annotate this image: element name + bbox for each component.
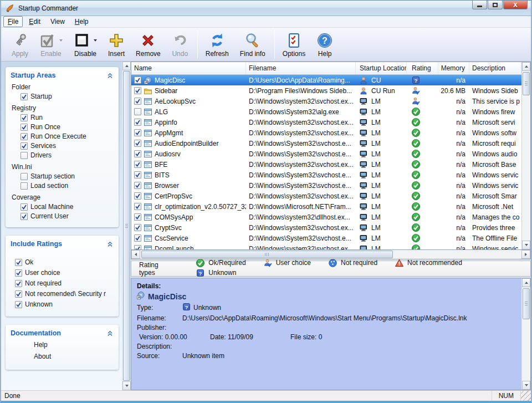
column-header-name[interactable]: Name [131, 62, 246, 74]
checkbox[interactable] [21, 152, 28, 159]
maximize-button[interactable] [488, 1, 503, 9]
menu-help[interactable]: Help [71, 17, 93, 27]
row-checkbox[interactable] [134, 245, 141, 249]
row-checkbox[interactable] [134, 213, 141, 221]
checkbox-ok[interactable]: Ok [15, 258, 114, 266]
row-checkbox[interactable] [134, 98, 141, 105]
row-checkbox[interactable] [134, 203, 141, 210]
sidebar-scrollbar[interactable] [122, 62, 131, 390]
checkbox-run-once[interactable]: Run Once [21, 123, 114, 131]
checkbox[interactable] [15, 280, 22, 287]
checkbox[interactable] [21, 203, 28, 211]
dropdown-caret-icon[interactable] [94, 39, 97, 42]
remove-button[interactable]: Remove [131, 30, 166, 59]
table-horizontal-scrollbar[interactable] [131, 250, 531, 259]
table-row-audioendpointbuilder[interactable]: AudioEndpointBuilderD:\Windows\System32\… [131, 138, 521, 149]
row-checkbox[interactable] [134, 150, 141, 157]
scrollbar-track[interactable] [522, 287, 530, 381]
row-checkbox[interactable] [134, 171, 141, 178]
chevron-up-icon[interactable] [106, 330, 114, 337]
table-row-cryptsvc[interactable]: CryptSvcD:\Windows\system32\svchost.ex..… [131, 222, 521, 233]
menu-file[interactable]: File [3, 16, 23, 27]
panel-header[interactable]: Documentation [11, 329, 114, 337]
scrollbar-thumb[interactable] [123, 71, 130, 381]
scroll-up-button[interactable] [122, 62, 131, 70]
refresh-button[interactable]: Refresh [201, 30, 234, 59]
scroll-up-button[interactable] [522, 278, 530, 287]
checkbox[interactable] [21, 93, 28, 100]
scrollbar-thumb[interactable] [523, 288, 530, 319]
link-help[interactable]: Help [34, 341, 114, 349]
table-row-bits[interactable]: BITSD:\Windows\System32\svchost.e...LMn/… [131, 170, 521, 180]
scrollbar-track[interactable] [140, 250, 521, 259]
checkbox[interactable] [21, 114, 28, 121]
menu-view[interactable]: View [47, 17, 69, 27]
checkbox-run[interactable]: Run [21, 114, 114, 121]
insert-button[interactable]: Insert [103, 30, 130, 59]
options-button[interactable]: Options [278, 30, 310, 59]
checkbox-run-once-execute[interactable]: Run Once Execute [21, 132, 114, 140]
help-button[interactable]: ?Help [311, 30, 338, 59]
table-row-audiosrv[interactable]: AudiosrvD:\Windows\System32\svchost.e...… [131, 149, 521, 159]
scrollbar-track[interactable] [122, 70, 131, 381]
checkbox[interactable] [15, 269, 22, 277]
table-row-bfe[interactable]: BFED:\Windows\system32\svchost.ex...LMn/… [131, 159, 521, 170]
checkbox[interactable] [15, 259, 22, 266]
row-checkbox[interactable] [134, 87, 141, 94]
table-row-magicdisc[interactable]: MagicDiscD:\Users\Doc\AppData\Roaming...… [131, 75, 521, 85]
table-row-dcomlaunch[interactable]: DcomLaunchD:\Windows\system32\svchost.ex… [131, 243, 521, 249]
column-header-description[interactable]: Description [469, 62, 521, 74]
checkbox[interactable] [15, 290, 22, 298]
checkbox-current-user[interactable]: Current User [21, 212, 114, 220]
table-row-appinfo[interactable]: AppinfoD:\Windows\system32\svchost.ex...… [131, 117, 521, 127]
row-checkbox[interactable] [134, 140, 141, 147]
minimize-button[interactable] [472, 1, 487, 9]
dropdown-caret-icon[interactable] [59, 39, 63, 42]
checkbox[interactable] [21, 213, 28, 220]
checkbox-services[interactable]: Services [21, 142, 114, 150]
checkbox-not-required[interactable]: Not required [15, 279, 114, 287]
row-checkbox[interactable] [134, 234, 141, 242]
checkbox-load-section[interactable]: Load section [21, 182, 114, 190]
scroll-down-button[interactable] [522, 241, 530, 249]
checkbox-drivers[interactable]: Drivers [21, 151, 114, 159]
scrollbar-thumb[interactable] [141, 251, 393, 258]
scroll-up-button[interactable] [522, 62, 530, 71]
table-vertical-scrollbar[interactable] [521, 62, 530, 249]
column-header-rating[interactable]: Rating [407, 62, 438, 74]
row-checkbox[interactable] [134, 182, 141, 189]
chevron-up-icon[interactable] [106, 72, 114, 79]
panel-header[interactable]: Include Ratings [11, 240, 114, 248]
table-row-sidebar[interactable]: SidebarD:\Program Files\Windows Sideb...… [131, 85, 521, 96]
title-bar[interactable]: Startup Commander X [1, 1, 531, 16]
menu-edit[interactable]: Edit [25, 17, 44, 27]
column-header-memory[interactable]: Memory [438, 62, 469, 74]
table-row-cscservice[interactable]: CscServiceD:\Windows\System32\svchost.e.… [131, 233, 521, 243]
row-checkbox[interactable] [134, 161, 141, 168]
table-row-appmgmt[interactable]: AppMgmtD:\Windows\system32\svchost.ex...… [131, 127, 521, 138]
scroll-left-button[interactable] [131, 250, 140, 259]
checkbox-startup-section[interactable]: Startup section [21, 172, 114, 180]
table-row-aelookupsvc[interactable]: AeLookupSvcD:\Windows\system32\svchost.e… [131, 96, 521, 106]
row-checkbox[interactable] [134, 192, 141, 200]
table-row-certpropsvc[interactable]: CertPropSvcD:\Windows\system32\svchost.e… [131, 191, 521, 201]
table-row-alg[interactable]: ALGD:\Windows\System32\alg.exeLMn/aWindo… [131, 106, 521, 117]
link-about[interactable]: About [34, 353, 114, 360]
row-checkbox[interactable] [134, 108, 141, 115]
checkbox-user-choice[interactable]: User choice [15, 269, 114, 277]
panel-header[interactable]: Startup Areas [11, 72, 114, 79]
checkbox[interactable] [21, 182, 28, 190]
scroll-down-button[interactable] [122, 381, 131, 390]
checkbox[interactable] [21, 124, 28, 131]
row-checkbox[interactable] [134, 119, 141, 126]
close-button[interactable]: X [503, 1, 528, 9]
checkbox[interactable] [21, 133, 28, 140]
checkbox[interactable] [21, 173, 28, 180]
table-row-comsysapp[interactable]: COMSysAppD:\Windows\system32\dllhost.ex.… [131, 212, 521, 222]
checkbox[interactable] [21, 142, 28, 150]
row-checkbox[interactable] [134, 129, 141, 136]
scroll-right-button[interactable] [521, 250, 530, 259]
checkbox-unknown[interactable]: Unknown [15, 300, 114, 308]
find-info-button[interactable]: Find info [235, 30, 270, 59]
row-checkbox[interactable] [134, 76, 141, 84]
